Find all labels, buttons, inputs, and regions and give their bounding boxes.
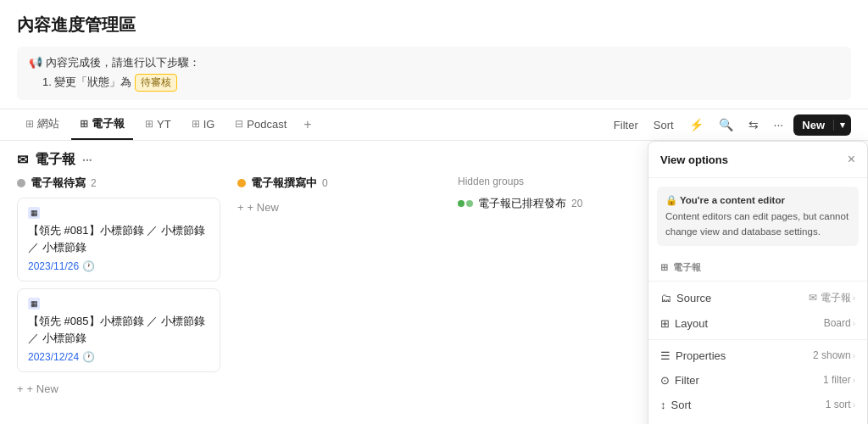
new-button-arrow[interactable]: ▾ bbox=[833, 120, 851, 131]
vo-sort-label: ↕ Sort bbox=[660, 399, 691, 411]
view-options-header: View options × bbox=[648, 142, 867, 178]
toolbar-right: Filter Sort ⚡ 🔍 ⇆ ··· New ▾ bbox=[609, 114, 851, 136]
view-options-close-button[interactable]: × bbox=[848, 152, 855, 167]
column-waiting-header: 電子報待寫 2 bbox=[17, 176, 220, 191]
properties-chevron-icon: › bbox=[853, 351, 855, 360]
vo-filter-label: ⊙ Filter bbox=[660, 374, 699, 387]
tab-add-button[interactable]: + bbox=[298, 110, 316, 139]
column-waiting-label: 電子報待寫 bbox=[31, 176, 86, 191]
view-options-section-label: ⊞ 電子報 bbox=[648, 254, 867, 277]
page-header: 內容進度管理區 📢 內容完成後，請進行以下步驟： 1. 變更「狀態」為 待審核 bbox=[0, 0, 868, 109]
new-button[interactable]: New ▾ bbox=[793, 114, 851, 136]
tab-yt[interactable]: ⊞ YT bbox=[136, 111, 180, 139]
tab-newsletter-icon: ⊞ bbox=[80, 118, 88, 130]
hidden-groups-column: Hidden groups 電子報已排程發布 20 bbox=[458, 176, 593, 216]
tab-podcast-icon: ⊟ bbox=[235, 118, 243, 130]
view-options-info: 🔒 You're a content editor Content editor… bbox=[657, 187, 859, 246]
vo-source-label: 🗂 Source bbox=[660, 292, 711, 304]
tab-ig-icon: ⊞ bbox=[192, 118, 200, 130]
card-081-header: ▦ bbox=[28, 207, 209, 219]
tab-website-label: 網站 bbox=[37, 116, 59, 131]
info-text: 內容完成後，請進行以下步驟： bbox=[46, 56, 200, 69]
tab-ig-label: IG bbox=[203, 118, 215, 131]
vo-layout-value: Board › bbox=[824, 317, 855, 329]
hidden-groups-label: Hidden groups bbox=[458, 176, 593, 187]
page-title: 內容進度管理區 bbox=[17, 14, 851, 36]
card-085-icon: ▦ bbox=[28, 298, 40, 310]
tab-website-icon: ⊞ bbox=[25, 118, 34, 130]
column-writing-add-new[interactable]: + + New bbox=[237, 198, 441, 217]
tab-website[interactable]: ⊞ 網站 bbox=[17, 109, 68, 140]
search-icon-button[interactable]: 🔍 bbox=[714, 114, 738, 135]
lock-icon: 🔒 bbox=[665, 195, 677, 205]
layout-icon-button[interactable]: ⇆ bbox=[743, 114, 764, 135]
card-085-date-text: 2023/12/24 bbox=[28, 351, 79, 363]
vo-properties-value: 2 shown › bbox=[813, 349, 855, 361]
column-waiting-dot bbox=[17, 179, 25, 187]
card-081-title: 【領先 #081】小標節錄 ／ 小標節錄 ／ 小標節錄 bbox=[28, 222, 209, 255]
source-chevron-icon: › bbox=[853, 293, 855, 303]
filter-chevron-icon: › bbox=[853, 376, 855, 385]
column-waiting: 電子報待寫 2 ▦ 【領先 #081】小標節錄 ／ 小標節錄 ／ 小標節錄 20… bbox=[17, 176, 220, 399]
hg-dot-1 bbox=[458, 200, 465, 207]
hidden-group-count: 20 bbox=[571, 198, 582, 209]
card-081-date: 2023/11/26 🕐 bbox=[28, 260, 209, 272]
vo-source-value: ✉ 電子報 › bbox=[809, 291, 855, 305]
info-box: 📢 內容完成後，請進行以下步驟： 1. 變更「狀態」為 待審核 bbox=[17, 47, 851, 100]
vo-row-group[interactable]: ⊞ Group 狀態 › bbox=[648, 417, 867, 424]
section-grid-icon: ⊞ bbox=[660, 262, 668, 273]
card-081-date-text: 2023/11/26 bbox=[28, 260, 79, 272]
column-writing-header: 電子報撰寫中 0 bbox=[237, 176, 441, 191]
section-dots-menu[interactable]: ··· bbox=[82, 153, 92, 167]
hidden-group-label: 電子報已排程發布 bbox=[478, 196, 566, 211]
writing-add-icon: + bbox=[237, 201, 244, 214]
sort-button[interactable]: Sort bbox=[648, 115, 679, 135]
step-text: 1. 變更「狀態」為 bbox=[42, 75, 131, 88]
column-writing-dot bbox=[237, 179, 246, 187]
vo-sort-value: 1 sort › bbox=[826, 399, 855, 410]
section-icon: ✉ bbox=[17, 152, 28, 168]
vo-row-filter[interactable]: ⊙ Filter 1 filter › bbox=[648, 368, 867, 393]
lightning-icon-button[interactable]: ⚡ bbox=[684, 114, 709, 135]
hidden-group-dots bbox=[458, 200, 473, 207]
card-081-clock-icon: 🕐 bbox=[82, 260, 95, 272]
section-title: 電子報 bbox=[35, 151, 75, 169]
vo-filter-value: 1 filter › bbox=[823, 374, 855, 386]
card-081[interactable]: ▦ 【領先 #081】小標節錄 ／ 小標節錄 ／ 小標節錄 2023/11/26… bbox=[17, 198, 220, 282]
tab-podcast[interactable]: ⊟ Podcast bbox=[226, 111, 295, 139]
vo-row-properties[interactable]: ☰ Properties 2 shown › bbox=[648, 343, 867, 368]
filter-button[interactable]: Filter bbox=[609, 115, 643, 135]
tab-newsletter[interactable]: ⊞ 電子報 bbox=[71, 109, 133, 140]
section-name: 電子報 bbox=[673, 261, 701, 274]
step-row: 1. 變更「狀態」為 待審核 bbox=[29, 74, 839, 92]
vo-row-sort[interactable]: ↕ Sort 1 sort › bbox=[648, 393, 867, 417]
layout-icon: ⊞ bbox=[660, 317, 670, 330]
hg-dot-2 bbox=[466, 200, 473, 207]
filter-icon: ⊙ bbox=[660, 374, 670, 387]
view-options-info-body: Content editors can edit pages, but cann… bbox=[665, 209, 850, 239]
layout-chevron-icon: › bbox=[853, 319, 855, 328]
hidden-group-scheduled[interactable]: 電子報已排程發布 20 bbox=[458, 196, 593, 211]
column-writing-count: 0 bbox=[322, 177, 328, 189]
status-badge: 待審核 bbox=[135, 74, 177, 92]
vo-row-layout[interactable]: ⊞ Layout Board › bbox=[648, 311, 867, 336]
tab-ig[interactable]: ⊞ IG bbox=[183, 111, 224, 139]
properties-icon: ☰ bbox=[660, 349, 670, 362]
vo-divider-2 bbox=[648, 339, 867, 340]
vo-divider-1 bbox=[648, 281, 867, 282]
sort-chevron-icon: › bbox=[853, 400, 855, 410]
card-081-icon: ▦ bbox=[28, 207, 40, 219]
view-options-title: View options bbox=[660, 153, 728, 166]
sort-icon: ↕ bbox=[660, 399, 666, 411]
vo-properties-label: ☰ Properties bbox=[660, 349, 726, 362]
tabs-bar: ⊞ 網站 ⊞ 電子報 ⊞ YT ⊞ IG ⊟ Podcast + Filter … bbox=[0, 109, 868, 141]
info-icon: 📢 bbox=[29, 56, 42, 69]
column-waiting-add-new[interactable]: + + New bbox=[17, 379, 220, 399]
card-085[interactable]: ▦ 【領先 #085】小標節錄 ／ 小標節錄 ／ 小標節錄 2023/12/24… bbox=[17, 288, 220, 372]
vo-row-source[interactable]: 🗂 Source ✉ 電子報 › bbox=[648, 285, 867, 311]
source-icon: 🗂 bbox=[660, 292, 671, 304]
tab-yt-icon: ⊞ bbox=[145, 118, 153, 130]
tab-podcast-label: Podcast bbox=[247, 118, 287, 131]
more-options-button[interactable]: ··· bbox=[769, 114, 789, 135]
add-new-label: + New bbox=[27, 382, 58, 395]
